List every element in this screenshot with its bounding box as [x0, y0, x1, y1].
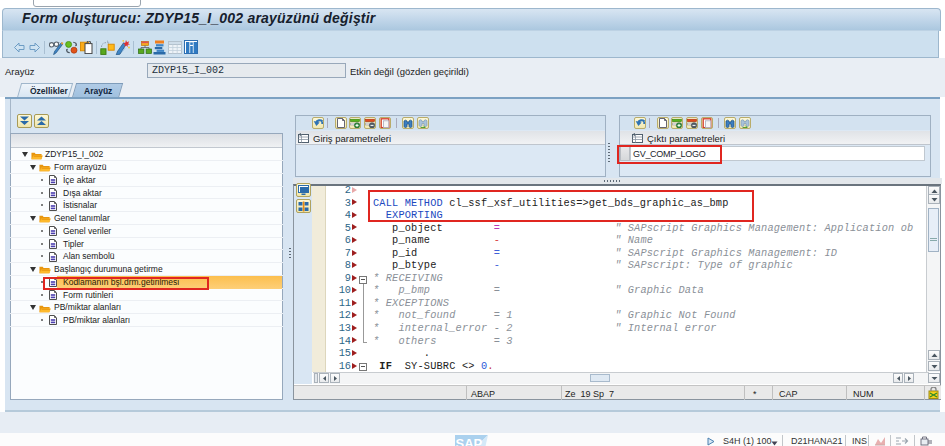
svg-text:SAP: SAP	[456, 436, 483, 446]
